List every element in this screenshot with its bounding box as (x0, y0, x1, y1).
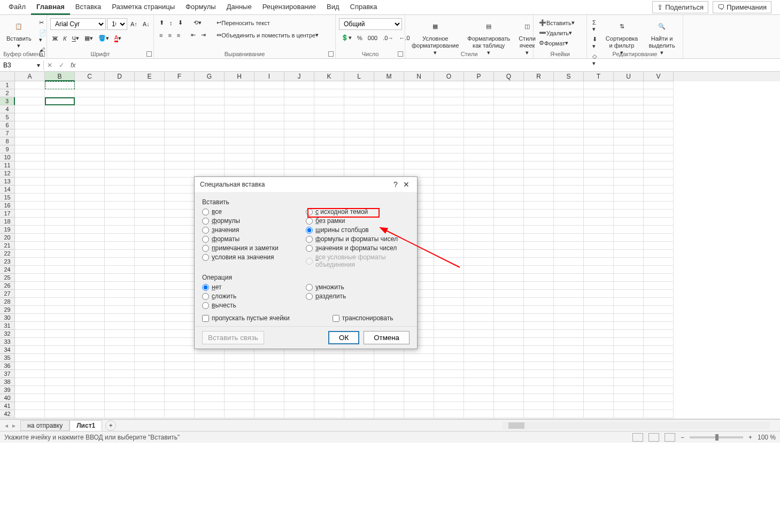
cell[interactable] (464, 145, 494, 153)
cell[interactable] (554, 242, 584, 250)
cell[interactable] (584, 266, 614, 274)
cell[interactable] (45, 97, 75, 105)
cell[interactable] (434, 178, 464, 186)
cell[interactable] (165, 410, 195, 418)
cell[interactable] (554, 266, 584, 274)
cell[interactable] (135, 250, 165, 258)
tab-главная[interactable]: Главная (31, 0, 70, 15)
cell[interactable] (644, 314, 674, 322)
cell[interactable] (45, 145, 75, 153)
cell[interactable] (15, 169, 45, 178)
italic-button[interactable]: К (61, 34, 68, 43)
cell[interactable] (105, 266, 135, 274)
cell[interactable] (524, 362, 554, 370)
cell[interactable] (614, 186, 644, 194)
cell[interactable] (404, 394, 434, 402)
cell[interactable] (584, 242, 614, 250)
cell[interactable] (464, 338, 494, 346)
cell[interactable] (135, 242, 165, 250)
cell[interactable] (614, 210, 644, 218)
cell[interactable] (284, 89, 314, 97)
radio-add[interactable]: сложить (202, 292, 306, 300)
cell[interactable] (614, 290, 644, 298)
cell[interactable] (614, 81, 644, 89)
cell[interactable] (644, 386, 674, 394)
radio-all[interactable]: все (202, 208, 306, 215)
cell[interactable] (524, 202, 554, 210)
cell[interactable] (75, 145, 105, 153)
cell[interactable] (374, 113, 404, 121)
cell[interactable] (195, 370, 225, 378)
cell[interactable] (314, 145, 344, 153)
cell[interactable] (434, 194, 464, 202)
row-header[interactable]: 36 (0, 362, 15, 370)
cell[interactable] (15, 410, 45, 418)
cell[interactable] (434, 322, 464, 330)
cell[interactable] (45, 354, 75, 362)
cell[interactable] (15, 161, 45, 169)
cell[interactable] (434, 290, 464, 298)
cell[interactable] (434, 129, 464, 137)
cell[interactable] (434, 226, 464, 234)
cell[interactable] (165, 314, 195, 322)
cell[interactable] (75, 394, 105, 402)
cell[interactable] (165, 370, 195, 378)
ok-button[interactable]: ОК (328, 331, 359, 344)
cell[interactable] (464, 89, 494, 97)
cell[interactable] (165, 234, 195, 242)
cell[interactable] (75, 386, 105, 394)
cell[interactable] (374, 362, 404, 370)
cell[interactable] (135, 81, 165, 89)
cell[interactable] (434, 370, 464, 378)
cell[interactable] (15, 178, 45, 186)
cell[interactable] (524, 210, 554, 218)
cell[interactable] (284, 370, 314, 378)
cell[interactable] (584, 330, 614, 338)
cell[interactable] (524, 266, 554, 274)
add-sheet-button[interactable]: + (105, 420, 116, 431)
cell[interactable] (105, 346, 135, 354)
cell[interactable] (165, 386, 195, 394)
cell[interactable] (165, 298, 195, 306)
cell[interactable] (554, 218, 584, 226)
cell[interactable] (105, 370, 135, 378)
cell[interactable] (15, 266, 45, 274)
cell[interactable] (644, 330, 674, 338)
cell[interactable] (284, 145, 314, 153)
cell[interactable] (45, 81, 75, 89)
cell[interactable] (45, 290, 75, 298)
cell[interactable] (254, 370, 284, 378)
underline-button[interactable]: Ч▾ (69, 34, 81, 43)
cell[interactable] (374, 410, 404, 418)
cell[interactable] (105, 137, 135, 145)
cell[interactable] (464, 378, 494, 386)
cell[interactable] (404, 97, 434, 105)
cell[interactable] (225, 354, 254, 362)
cell[interactable] (15, 346, 45, 354)
tab-разметка страницы[interactable]: Разметка страницы (106, 0, 180, 15)
cell[interactable] (135, 153, 165, 161)
cell[interactable] (15, 378, 45, 386)
cell[interactable] (614, 105, 644, 113)
cell[interactable] (165, 354, 195, 362)
cell[interactable] (554, 178, 584, 186)
cell[interactable] (75, 306, 105, 314)
page-break-view-button[interactable] (665, 433, 675, 442)
bold-button[interactable]: Ж (50, 34, 60, 43)
cell[interactable] (464, 186, 494, 194)
cell[interactable] (614, 218, 644, 226)
cell[interactable] (45, 218, 75, 226)
cell[interactable] (524, 153, 554, 161)
number-launcher[interactable] (398, 51, 403, 57)
cell[interactable] (254, 410, 284, 418)
tab-вставка[interactable]: Вставка (70, 0, 106, 15)
cell[interactable] (75, 330, 105, 338)
cell[interactable] (584, 290, 614, 298)
cell[interactable] (15, 306, 45, 314)
cell[interactable] (374, 153, 404, 161)
cell[interactable] (75, 210, 105, 218)
cell[interactable] (165, 266, 195, 274)
align-center-button[interactable]: ≡ (166, 31, 173, 40)
currency-button[interactable]: 💲▾ (339, 33, 354, 42)
row-header[interactable]: 12 (0, 169, 15, 178)
